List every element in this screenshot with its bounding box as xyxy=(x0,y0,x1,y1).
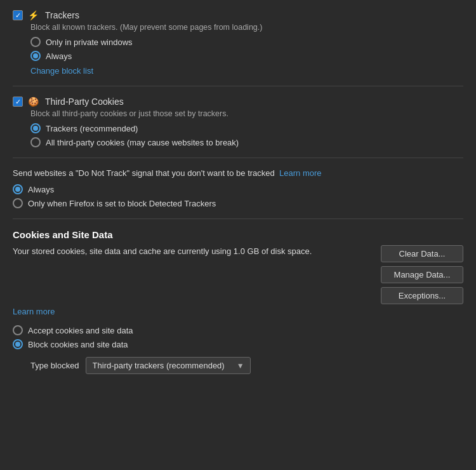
accept-cookies-row[interactable]: Accept cookies and site data xyxy=(13,325,463,335)
trackers-label: Trackers xyxy=(45,10,79,20)
tpc-icon: 🍪 xyxy=(28,97,39,107)
change-block-list-link[interactable]: Change block list xyxy=(30,66,93,76)
divider-2 xyxy=(13,158,463,158)
cookies-radio-group: Accept cookies and site data Block cooki… xyxy=(13,325,463,349)
third-party-cookies-section: ✓ 🍪 Third-Party Cookies Block all third-… xyxy=(13,97,463,147)
dnt-firefox-row[interactable]: Only when Firefox is set to block Detect… xyxy=(13,198,463,208)
dnt-radio-group: Always Only when Firefox is set to block… xyxy=(13,184,463,208)
cookies-learn-more-link[interactable]: Learn more xyxy=(13,307,55,316)
block-cookies-label: Block cookies and site data xyxy=(28,340,128,349)
cookies-info-left: Your stored cookies, site data and cache… xyxy=(13,245,312,258)
accept-cookies-radio[interactable] xyxy=(13,325,23,335)
cookies-info-row: Your stored cookies, site data and cache… xyxy=(13,245,463,304)
dnt-always-label: Always xyxy=(28,185,54,194)
type-blocked-label: Type blocked xyxy=(30,361,79,370)
dnt-text-row: Send websites a "Do Not Track" signal th… xyxy=(13,168,463,178)
type-blocked-select[interactable]: Third-party trackers (recommended) All t… xyxy=(86,357,251,374)
change-block-list-link-wrapper: Change block list xyxy=(30,66,463,76)
trackers-checkbox[interactable]: ✓ xyxy=(13,10,23,20)
cookies-learn-more-wrapper: Learn more xyxy=(13,307,463,316)
cookies-title: Cookies and Site Data xyxy=(13,229,463,240)
tpc-trackers-row[interactable]: Trackers (recommended) xyxy=(30,123,463,133)
clear-data-button[interactable]: Clear Data... xyxy=(381,245,463,262)
divider-1 xyxy=(13,86,463,86)
dnt-firefox-label: Only when Firefox is set to block Detect… xyxy=(28,199,216,208)
dnt-always-row[interactable]: Always xyxy=(13,184,463,194)
dnt-always-radio[interactable] xyxy=(13,184,23,194)
dnt-firefox-radio[interactable] xyxy=(13,198,23,208)
divider-3 xyxy=(13,218,463,219)
trackers-section: ✓ ⚡ Trackers Block all known trackers. (… xyxy=(13,10,463,76)
tpc-trackers-label: Trackers (recommended) xyxy=(46,124,138,133)
accept-cookies-label: Accept cookies and site data xyxy=(28,326,133,335)
tpc-all-label: All third-party cookies (may cause websi… xyxy=(46,138,239,147)
tpc-checkbox-row[interactable]: ✓ 🍪 Third-Party Cookies xyxy=(13,97,463,107)
block-cookies-radio[interactable] xyxy=(13,339,23,349)
type-blocked-row: Type blocked Third-party trackers (recom… xyxy=(30,357,463,374)
tpc-label: Third-Party Cookies xyxy=(45,97,124,107)
dnt-text-before: Send websites a "Do Not Track" signal th… xyxy=(13,168,275,178)
trackers-checkbox-row[interactable]: ✓ ⚡ Trackers xyxy=(13,10,463,20)
block-cookies-row[interactable]: Block cookies and site data xyxy=(13,339,463,349)
dnt-section: Send websites a "Do Not Track" signal th… xyxy=(13,168,463,208)
trackers-always-radio[interactable] xyxy=(30,51,41,61)
tpc-description: Block all third-party cookies or just th… xyxy=(30,109,463,118)
trackers-radio-group: Only in private windows Always xyxy=(30,37,463,61)
trackers-icon: ⚡ xyxy=(28,10,39,20)
trackers-private-label: Only in private windows xyxy=(46,37,133,47)
cookies-info-text: Your stored cookies, site data and cache… xyxy=(13,245,312,258)
trackers-private-row[interactable]: Only in private windows xyxy=(30,37,463,47)
trackers-always-row[interactable]: Always xyxy=(30,51,463,61)
cookies-buttons-col: Clear Data... Manage Data... Exceptions.… xyxy=(381,245,463,304)
tpc-checkbox[interactable]: ✓ xyxy=(13,97,23,107)
trackers-description: Block all known trackers. (May prevent s… xyxy=(30,23,463,32)
exceptions-button[interactable]: Exceptions... xyxy=(381,287,463,304)
trackers-always-label: Always xyxy=(46,51,72,61)
type-blocked-select-wrapper: Third-party trackers (recommended) All t… xyxy=(86,357,251,374)
tpc-all-radio[interactable] xyxy=(30,137,41,147)
manage-data-button[interactable]: Manage Data... xyxy=(381,266,463,283)
tpc-trackers-radio[interactable] xyxy=(30,123,41,133)
dnt-learn-more-link[interactable]: Learn more xyxy=(279,168,321,178)
trackers-private-radio[interactable] xyxy=(30,37,41,47)
cookies-site-data-section: Cookies and Site Data Your stored cookie… xyxy=(13,229,463,374)
tpc-all-row[interactable]: All third-party cookies (may cause websi… xyxy=(30,137,463,147)
tpc-radio-group: Trackers (recommended) All third-party c… xyxy=(30,123,463,147)
